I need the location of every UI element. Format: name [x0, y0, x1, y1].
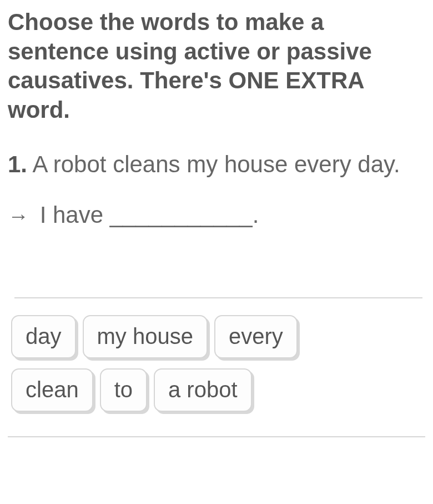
exercise-page: Choose the words to make a sentence usin…: [0, 0, 433, 437]
arrow-icon: →: [8, 202, 29, 231]
word-row-1: day my house every: [11, 315, 425, 358]
instructions-text: Choose the words to make a sentence usin…: [8, 8, 425, 124]
answer-line: → I have ___________.: [8, 199, 425, 231]
question-line: 1. A robot cleans my house every day.: [8, 149, 425, 181]
word-tile-clean[interactable]: clean: [11, 368, 93, 412]
word-bank: day my house every clean to a robot: [8, 315, 425, 427]
question-number: 1.: [8, 151, 27, 177]
bottom-border: [8, 436, 425, 437]
word-tile-every[interactable]: every: [214, 315, 298, 358]
word-row-2: clean to a robot: [11, 368, 425, 412]
question-text: A robot cleans my house every day.: [32, 151, 400, 177]
divider-line: [14, 297, 422, 298]
word-tile-to[interactable]: to: [100, 368, 147, 412]
answer-prefix: I have: [40, 202, 103, 228]
word-tile-my-house[interactable]: my house: [83, 315, 208, 358]
word-tile-day[interactable]: day: [11, 315, 76, 358]
answer-suffix: .: [253, 202, 259, 228]
answer-blank[interactable]: ___________: [110, 202, 253, 228]
word-tile-a-robot[interactable]: a robot: [154, 368, 252, 412]
